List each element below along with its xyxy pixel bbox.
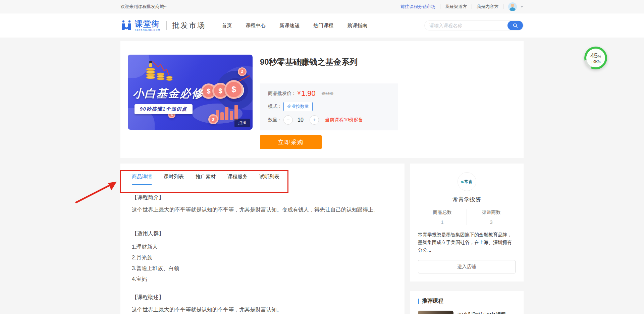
- section-intro-text: 这个世界上最大的不平等就是认知的不平等，尤其是财富认知。变成有钱人，得先让自己的…: [132, 205, 393, 214]
- cover-subline: 90秒搞懂1个知识点: [135, 104, 193, 114]
- download-speed: 0K/s: [591, 60, 601, 64]
- search-input[interactable]: [429, 23, 507, 28]
- quantity-decrease-button[interactable]: −: [283, 115, 293, 125]
- audience-list: 1.理财新人 2.月光族 3.普通上班族、白领 4.宝妈: [132, 242, 393, 285]
- vod-badge: 点播: [234, 119, 250, 127]
- logo-text: 课堂街: [135, 20, 160, 28]
- quantity-label: 数量：: [268, 117, 282, 123]
- tab-trial-list[interactable]: 试听列表: [259, 174, 279, 185]
- coin-stack-illustration: [143, 59, 180, 83]
- audience-item: 3.普通上班族、白领: [132, 263, 393, 274]
- logo-icon: [120, 19, 132, 32]
- user-avatar[interactable]: [508, 2, 517, 11]
- product-info: 90秒零基础赚钱之基金系列 商品批发价： ¥ 1.90 ¥9.90 模式： 企业…: [260, 55, 516, 150]
- nav-course-center[interactable]: 课程中心: [246, 22, 266, 29]
- link-i-am-channel[interactable]: 我是渠道方: [445, 4, 467, 10]
- store-logo-swirl-icon: ≈: [461, 179, 465, 185]
- topbar-links: 前往课程分销市场 我是渠道方 我是内容方: [400, 2, 524, 11]
- quantity-row: 数量： − 10 + 当前课程10份起售: [268, 115, 390, 125]
- course-cover-image[interactable]: $ $ $ $ $ $ 小白基金必修 90秒搞懂1个知识点 点播: [128, 55, 253, 130]
- search-button[interactable]: [507, 21, 523, 30]
- chevron-down-icon[interactable]: [520, 6, 524, 8]
- nav-home[interactable]: 首页: [222, 22, 232, 29]
- store-logo-text: 常青: [465, 179, 473, 185]
- tab-promo-material[interactable]: 推广素材: [196, 174, 216, 185]
- tab-lesson-list[interactable]: 课时列表: [164, 174, 184, 185]
- recommended-course-title[interactable]: 20小时玩转Scala编程(Spark必备): [458, 311, 516, 314]
- minimum-purchase-note: 当前课程10份起售: [325, 117, 363, 123]
- main-nav: 首页 课程中心 新课速递 热门课程 购课指南: [222, 22, 381, 29]
- heading-accent-bar: [418, 299, 419, 304]
- stat-channel-count: 渠道商数 3: [467, 209, 516, 225]
- sidebar: ≈ 常青 常青学投资 商品总数 1 渠道商数 3 常青学投资是墨智集团旗下的金融…: [410, 164, 524, 314]
- store-stats: 商品总数 1 渠道商数 3: [418, 209, 516, 225]
- nav-new-courses[interactable]: 新课速递: [279, 22, 300, 29]
- product-detail-card: 商品详情 课时列表 推广素材 课程服务 试听列表 【课程简介】 这个世界上最大的…: [120, 164, 405, 314]
- search-icon: [513, 23, 518, 28]
- welcome-text: 欢迎来到课程批发商城~: [120, 4, 167, 10]
- mode-label: 模式：: [268, 104, 282, 110]
- store-logo[interactable]: ≈ 常青: [458, 172, 476, 191]
- link-i-am-content-provider[interactable]: 我是内容方: [477, 4, 498, 10]
- tab-course-service[interactable]: 课程服务: [227, 174, 248, 185]
- divider: [503, 4, 503, 9]
- search-bar: [424, 20, 524, 30]
- annotation-arrow-icon: [75, 179, 120, 205]
- divider: [166, 21, 167, 30]
- product-card: $ $ $ $ $ $ 小白基金必修 90秒搞懂1个知识点 点播 90秒零基础赚…: [120, 41, 524, 158]
- price-panel: 商品批发价： ¥ 1.90 ¥9.90 模式： 企业按数量 数量： − 10 +…: [260, 83, 398, 130]
- nav-hot-courses[interactable]: 热门课程: [313, 22, 333, 29]
- recommended-course-item[interactable]: scrapy 20小时玩转Scala编程(Spark必备) 批发价 ¥1.90: [418, 311, 516, 314]
- nav-buying-guide[interactable]: 购课指南: [347, 22, 367, 29]
- section-overview-title: 【课程概述】: [132, 294, 393, 301]
- price-currency: ¥: [298, 90, 301, 97]
- site-logo[interactable]: 课堂街 KETANGJIE.COM: [120, 19, 160, 32]
- topbar: 欢迎来到课程批发商城~ 前往课程分销市场 我是渠道方 我是内容方: [0, 0, 644, 13]
- buy-now-button[interactable]: 立即采购: [260, 135, 322, 149]
- mode-row: 模式： 企业按数量: [268, 102, 390, 111]
- quantity-increase-button[interactable]: +: [310, 115, 319, 125]
- dollar-coin-icon: $: [224, 80, 243, 99]
- site-header: 课堂街 KETANGJIE.COM 批发市场 首页 课程中心 新课速递 热门课程…: [0, 13, 644, 38]
- detail-section: 商品详情 课时列表 推广素材 课程服务 试听列表 【课程简介】 这个世界上最大的…: [120, 164, 524, 314]
- divider: [472, 4, 472, 9]
- audience-item: 1.理财新人: [132, 242, 393, 252]
- download-progress-widget[interactable]: 45% 0K/s: [584, 47, 607, 69]
- section-overview-text: 这个世界上最大的不平等就是认知的不平等，尤其是财富认知。: [132, 305, 393, 314]
- detail-body: 【课程简介】 这个世界上最大的不平等就是认知的不平等，尤其是财富认知。变成有钱人…: [132, 185, 393, 314]
- enter-store-button[interactable]: 进入店铺: [418, 260, 516, 273]
- cover-headline: 小白基金必修: [133, 86, 203, 101]
- market-title: 批发市场: [172, 20, 206, 30]
- recommended-course-info: 20小时玩转Scala编程(Spark必备) 批发价 ¥1.90: [458, 311, 516, 314]
- detail-tabs: 商品详情 课时列表 推广素材 课程服务 试听列表: [132, 174, 393, 185]
- section-intro-title: 【课程简介】: [132, 194, 393, 201]
- stat-total-products: 商品总数 1: [418, 209, 467, 225]
- product-title: 90秒零基础赚钱之基金系列: [260, 57, 516, 67]
- audience-item: 4.宝妈: [132, 274, 393, 285]
- store-description: 常青学投资是墨智集团旗下的金融教育品牌，墨智集团成立于美国硅谷，在上海、深圳拥有…: [418, 231, 516, 254]
- download-arrow-icon: [591, 60, 594, 64]
- audience-item: 2.月光族: [132, 252, 393, 263]
- recommended-heading: 推荐课程: [418, 298, 516, 305]
- tab-product-detail[interactable]: 商品详情: [132, 174, 152, 185]
- divider: [440, 4, 440, 9]
- price-value: 1.90: [301, 89, 316, 98]
- recommended-courses-card: 推荐课程 scrapy 20小时玩转Scala编程(Spark必备) 批发价 ¥…: [410, 291, 524, 314]
- store-card: ≈ 常青 常青学投资 商品总数 1 渠道商数 3 常青学投资是墨智集团旗下的金融…: [410, 164, 524, 281]
- download-progress-inner: 45% 0K/s: [586, 49, 605, 67]
- original-price: ¥9.90: [322, 91, 333, 96]
- quantity-value[interactable]: 10: [293, 117, 308, 123]
- download-percent: 45%: [590, 52, 601, 59]
- link-distribution-market[interactable]: 前往课程分销市场: [400, 4, 435, 10]
- main-content: $ $ $ $ $ $ 小白基金必修 90秒搞懂1个知识点 点播 90秒零基础赚…: [120, 41, 524, 314]
- price-label: 商品批发价：: [268, 90, 296, 97]
- store-name: 常青学投资: [418, 196, 516, 203]
- logo-subtext: KETANGJIE.COM: [135, 29, 160, 31]
- section-audience-title: 【适用人群】: [132, 230, 393, 237]
- mode-option-enterprise-quantity[interactable]: 企业按数量: [283, 102, 313, 111]
- price-row: 商品批发价： ¥ 1.90 ¥9.90: [268, 89, 390, 98]
- recommended-course-thumbnail[interactable]: scrapy: [418, 311, 453, 314]
